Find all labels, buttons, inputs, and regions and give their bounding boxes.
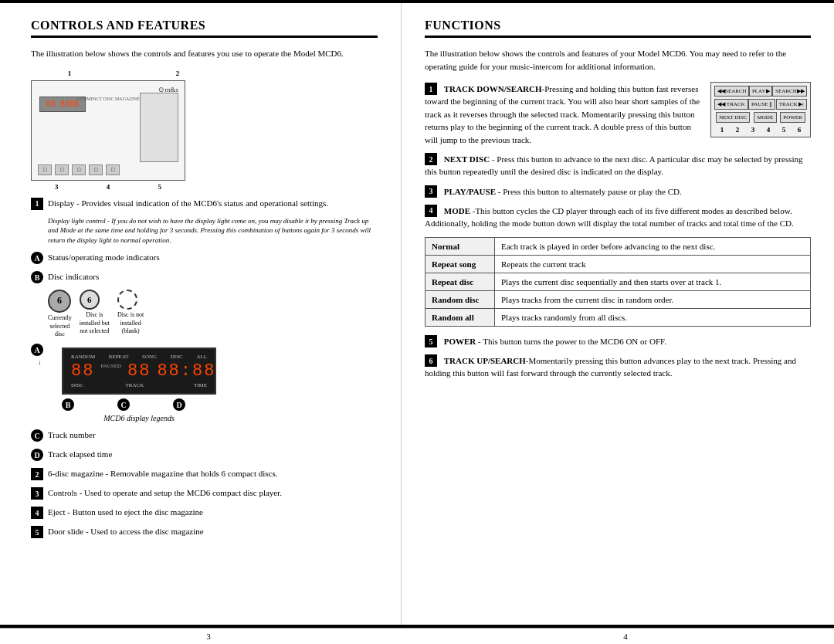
table-row-repeat-song: Repeat song Repeats the current track [425,256,811,273]
feature-text-C: Track number [48,429,96,442]
function-3: 3 PLAY/PAUSE - Press this button to alte… [425,185,811,198]
feature-item-B: B Disc indicators [31,270,378,283]
btn-3: □ [72,164,86,175]
display-bottom-row: DISC TRACK TIME [71,382,207,388]
ctrl-row-3: NEXT DISC MODE POWER [714,112,807,123]
legend-B: B [62,398,79,411]
function-5-text: 5 POWER - This button turns the power to… [425,334,811,347]
bottom-buttons: □ □ □ □ □ [38,164,120,175]
left-section-title: CONTROLS AND FEATURES [31,19,378,38]
ctrl-num-row: 1 2 3 4 5 6 [714,126,807,134]
diagram-section: 1 2 ⊙m&s 88 8888 3 COMPACT DISC MAGAZINE [31,69,378,191]
func-title-6: TRACK UP/SEARCH [444,356,526,365]
feature-item-A: A Status/operating mode indicators [31,251,378,264]
func-num-4: 4 [425,205,437,217]
page-container: CONTROLS AND FEATURES The illustration b… [0,0,834,644]
left-column: CONTROLS AND FEATURES The illustration b… [0,3,402,625]
right-section-title: FUNCTIONS [425,19,811,38]
ctrl-btn-play: PLAY▶ [749,86,772,97]
disc-selected-label: Currentlyselecteddisc [48,314,72,338]
disc-installed-circle: 6 [80,290,100,310]
func-title-3: PLAY/PAUSE [444,186,496,195]
disp-disc-label: DISC [71,382,83,388]
feature-text-2: 6-disc magazine - Removable magazine tha… [48,467,278,480]
diagram-bottom-nums: 3 4 5 [31,183,185,191]
disp-disc-val: 88 [71,361,94,381]
func-num-6: 6 [425,354,437,367]
ctrl-row-2: ◀◀ TRACK PAUSE ‖ TRACK ▶| [714,99,807,110]
ctrl-num-5: 5 [782,126,786,134]
content-area: CONTROLS AND FEATURES The illustration b… [0,3,834,625]
num-badge-4: 4 [31,507,43,519]
func-num-3: 3 [425,185,437,198]
table-row-normal: Normal Each track is played in order bef… [425,238,811,256]
feature-item-3: 3 Controls - Used to operate and setup t… [31,486,378,500]
ctrl-btn-pause: PAUSE ‖ [748,99,775,110]
ctrl-num-3: 3 [751,126,755,134]
ctrl-btn-track-back: ◀◀ TRACK [714,99,748,110]
table-row-random-all: Random all Plays tracks randomly from al… [425,309,811,327]
feature-item-1: 1 Display - Provides visual indication o… [31,197,378,210]
btn-4: □ [89,164,103,175]
disc-blank: Disc is notinstalled(blank) [117,290,144,335]
disc-installed: 6 Disc isinstalled butnot selected [80,290,110,335]
mode-normal-label: Normal [425,238,495,256]
right-panel [140,93,178,162]
diag-num-2: 2 [176,69,180,77]
mode-random-disc-label: Random disc [425,291,495,309]
function-2: 2 NEXT DISC - Press this button to advan… [425,152,811,178]
mode-normal-desc: Each track is played in order before adv… [495,238,811,256]
display-top-row: RANDOM REPEAT SONG DISC ALL [71,354,207,360]
letter-badge-A: A [31,252,43,264]
mode-repeat-disc-desc: Plays the current disc sequentially and … [495,273,811,291]
function-5: 5 POWER - This button turns the power to… [425,334,811,347]
display-box-wrapper: RANDOM REPEAT SONG DISC ALL 88 PAUSED 88… [62,343,216,422]
func-title-2: NEXT DISC [444,154,490,164]
function-6-text: 6 TRACK UP/SEARCH-Momentarily pressing t… [425,354,811,380]
func-body-5: - This button turns the power to the MCD… [476,337,666,346]
legend-D: D [173,398,190,411]
ctrl-btn-search-fwd: SEARCH▶▶ [772,86,807,97]
legend-A-badge: A [31,344,43,356]
num-badge-3: 3 [31,487,43,500]
ctrl-btn-power: POWER [780,112,805,123]
letter-badge-D: D [31,449,43,461]
num-badge-5: 5 [31,526,43,538]
diag-num-1: 1 [68,69,72,77]
legend-A-label: A ↓ [31,343,48,422]
disc-blank-circle [117,290,137,310]
legend-B-badge: B [62,398,74,411]
letter-badge-B: B [31,271,43,283]
right-column: FUNCTIONS The illustration below shows t… [402,3,834,625]
legend-C-badge: C [117,398,130,411]
disp-track-val: 88 [127,361,151,381]
num-badge-2: 2 [31,468,43,480]
disp-track-label: TRACK [126,382,144,388]
legend-C: C [117,398,134,411]
disp-time-label: TIME [194,382,207,388]
func-body-3: - Press this button to alternately pause… [496,186,682,195]
func-num-1: 1 [425,83,437,95]
feature-text-D: Track elapsed time [48,448,112,461]
function-2-text: 2 NEXT DISC - Press this button to advan… [425,152,811,178]
mode-random-disc-desc: Plays tracks from the current disc in ra… [495,291,811,309]
disp-disc-top: DISC [171,354,183,360]
functions-intro: The illustration below shows the control… [425,47,811,73]
table-row-repeat-disc: Repeat disc Plays the current disc seque… [425,273,811,291]
control-panel: ◀◀SEARCH PLAY▶ SEARCH▶▶ ◀◀ TRACK PAUSE ‖… [710,82,811,137]
ctrl-btn-mode: MODE [754,112,777,123]
feature-item-D: D Track elapsed time [31,448,378,461]
diag-num-4: 4 [107,183,110,191]
feature-item-4: 4 Eject - Button used to eject the disc … [31,506,378,519]
btn-1: □ [38,164,52,175]
function-1-area: ◀◀SEARCH PLAY▶ SEARCH▶▶ ◀◀ TRACK PAUSE ‖… [425,82,811,152]
cd-player-diagram: ⊙m&s 88 8888 3 COMPACT DISC MAGAZINE □ □ [31,80,185,181]
disp-repeat: REPEAT [109,354,129,360]
disc-installed-label: Disc isinstalled butnot selected [80,311,110,335]
mcd6-display: RANDOM REPEAT SONG DISC ALL 88 PAUSED 88… [62,347,216,395]
mode-random-all-desc: Plays tracks randomly from all discs. [495,309,811,327]
func-num-5: 5 [425,335,437,347]
legend-D-badge: D [173,398,185,411]
ctrl-num-1: 1 [720,126,724,134]
feature-text-4: Eject - Button used to eject the disc ma… [48,506,203,519]
